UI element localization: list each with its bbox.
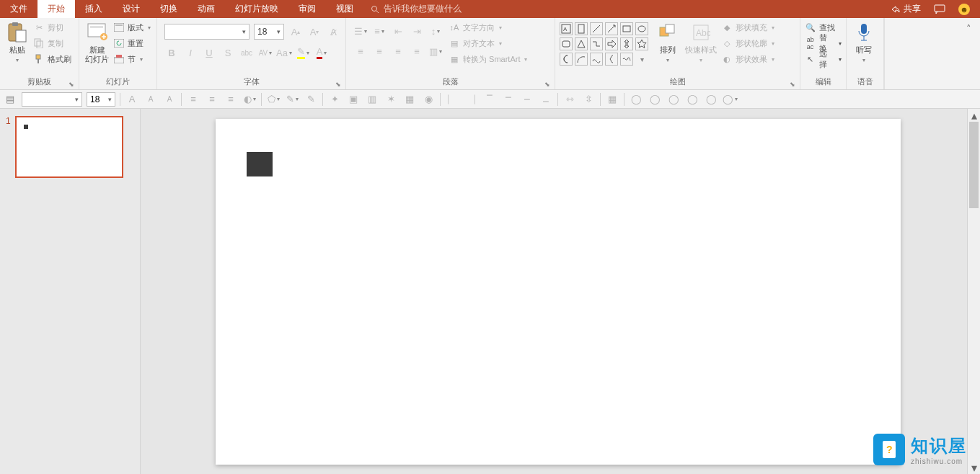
bullets-button[interactable]: ☰: [353, 24, 368, 38]
align-text-button[interactable]: ▤对齐文本▾: [447, 35, 529, 51]
shadow-button[interactable]: abc: [239, 45, 254, 60]
qat-btn-b[interactable]: ✎: [285, 92, 299, 107]
qat-home-icon[interactable]: ▤: [3, 92, 17, 107]
change-case-button[interactable]: Aa: [277, 45, 291, 60]
reset-button[interactable]: 重置: [112, 35, 152, 51]
select-button[interactable]: ↖选择▾: [803, 51, 843, 67]
cut-button[interactable]: ✂剪切: [32, 19, 73, 35]
columns-button[interactable]: ▥: [428, 44, 443, 58]
increase-indent-button[interactable]: ⇥: [410, 24, 424, 38]
new-slide-button[interactable]: 新建 幻灯片: [82, 19, 112, 66]
layout-button[interactable]: 版式▾: [112, 19, 152, 35]
qat-star-icon[interactable]: ✦: [327, 92, 342, 107]
tab-animations[interactable]: 动画: [187, 0, 225, 18]
slide-canvas-area[interactable]: [141, 109, 967, 474]
qat-align-left[interactable]: ≡: [186, 92, 200, 107]
font-size-combo[interactable]: 18▾: [254, 24, 284, 40]
qat-circle-5[interactable]: ◯: [704, 92, 718, 107]
shape-fill-button[interactable]: ◆形状填充▾: [720, 19, 776, 35]
shape-textbox-vert[interactable]: [575, 22, 588, 35]
grow-font-button[interactable]: A▴: [288, 24, 303, 39]
shrink-font-button[interactable]: A▾: [307, 24, 322, 39]
arrange-button[interactable]: 排列▾: [653, 19, 682, 66]
clipboard-launcher[interactable]: ⬊: [69, 81, 74, 88]
font-launcher[interactable]: ⬊: [335, 81, 341, 88]
qat-dist-v[interactable]: ⇳: [581, 92, 596, 107]
clear-formatting-button[interactable]: A̷: [326, 24, 340, 39]
qat-circle-2[interactable]: ◯: [648, 92, 662, 107]
char-spacing-button[interactable]: AV: [258, 45, 273, 60]
quick-styles-button[interactable]: Abc 快速样式▾: [682, 19, 720, 66]
shape-curve[interactable]: [590, 53, 603, 66]
tab-view[interactable]: 视图: [326, 0, 363, 18]
shape-arrow-updown[interactable]: [620, 37, 633, 50]
scroll-thumb[interactable]: [969, 122, 979, 208]
comments-icon[interactable]: [934, 4, 945, 15]
shape-moon[interactable]: [560, 53, 573, 66]
qat-size-combo[interactable]: 18▾: [87, 92, 115, 107]
tab-insert[interactable]: 插入: [75, 0, 112, 18]
qat-font-size-up[interactable]: A: [125, 92, 139, 107]
font-family-combo[interactable]: ▾: [164, 24, 250, 40]
scroll-track[interactable]: [968, 122, 980, 461]
qat-btn-a[interactable]: ⬠: [266, 92, 281, 107]
qat-align-3[interactable]: ⎺: [482, 92, 497, 107]
qat-icon-5[interactable]: ◉: [421, 92, 436, 107]
tab-design[interactable]: 设计: [112, 0, 150, 18]
tab-home[interactable]: 开始: [37, 0, 75, 18]
highlight-button[interactable]: ✎: [296, 45, 310, 60]
shape-connector[interactable]: [590, 37, 603, 50]
qat-dist-h[interactable]: ⇿: [562, 92, 577, 107]
qat-icon-3[interactable]: ✶: [384, 92, 398, 107]
numbering-button[interactable]: ≡: [372, 24, 387, 38]
shapes-more[interactable]: ▾: [635, 53, 648, 66]
align-center-button[interactable]: ≡: [372, 44, 387, 58]
slide-rectangle-shape[interactable]: [247, 152, 273, 176]
qat-group[interactable]: ▦: [605, 92, 619, 107]
align-left-button[interactable]: ≡: [353, 44, 368, 58]
qat-align-6[interactable]: ⎽: [539, 92, 553, 107]
collapse-ribbon-button[interactable]: ˄: [961, 21, 976, 35]
account-smiley-icon[interactable]: ☻: [958, 4, 970, 15]
shape-effects-button[interactable]: ◐形状效果▾: [720, 51, 776, 67]
shape-line-arrow[interactable]: [605, 22, 618, 35]
qat-align-1[interactable]: ⎸: [445, 92, 459, 107]
shape-brace[interactable]: [605, 53, 618, 66]
section-button[interactable]: 节▾: [112, 51, 152, 67]
drawing-launcher[interactable]: ⬊: [790, 81, 795, 88]
text-direction-button[interactable]: ↕A文字方向▾: [447, 19, 529, 35]
qat-icon-4[interactable]: ▦: [402, 92, 417, 107]
tab-review[interactable]: 审阅: [288, 0, 326, 18]
qat-circle-3[interactable]: ◯: [666, 92, 681, 107]
tell-me-search[interactable]: 告诉我你想要做什么: [363, 0, 469, 18]
slide[interactable]: [216, 119, 901, 465]
vertical-scrollbar[interactable]: ▴ ▾: [967, 109, 980, 474]
slide-thumbnail-1[interactable]: [15, 116, 123, 178]
shape-rectangle[interactable]: [620, 22, 633, 35]
scroll-up-button[interactable]: ▴: [968, 109, 980, 122]
qat-circle-4[interactable]: ◯: [685, 92, 699, 107]
qat-icon-1[interactable]: ▣: [346, 92, 361, 107]
tab-file[interactable]: 文件: [0, 0, 37, 18]
shape-arrow-right[interactable]: [605, 37, 618, 50]
shape-star[interactable]: [635, 37, 648, 50]
strikethrough-button[interactable]: S: [221, 45, 235, 60]
qat-btn-c[interactable]: ✎: [304, 92, 318, 107]
convert-smartart-button[interactable]: ▦转换为 SmartArt▾: [447, 51, 529, 67]
qat-align-2[interactable]: ⎹: [464, 92, 478, 107]
shape-oval[interactable]: [635, 22, 648, 35]
qat-align-4[interactable]: ⎻: [501, 92, 516, 107]
align-right-button[interactable]: ≡: [391, 44, 405, 58]
line-spacing-button[interactable]: ↕: [428, 24, 443, 38]
shape-freeform[interactable]: [620, 53, 633, 66]
tab-slideshow[interactable]: 幻灯片放映: [225, 0, 288, 18]
justify-button[interactable]: ≡: [410, 44, 424, 58]
qat-circle-1[interactable]: ◯: [629, 92, 643, 107]
tab-transitions[interactable]: 切换: [150, 0, 187, 18]
copy-button[interactable]: 复制: [32, 35, 73, 51]
qat-more[interactable]: ◯: [723, 92, 737, 107]
format-painter-button[interactable]: 格式刷: [32, 51, 73, 67]
qat-font-combo[interactable]: ▾: [22, 92, 82, 107]
qat-shape-effects[interactable]: ◐: [242, 92, 257, 107]
qat-font-size-down[interactable]: A: [144, 92, 158, 107]
